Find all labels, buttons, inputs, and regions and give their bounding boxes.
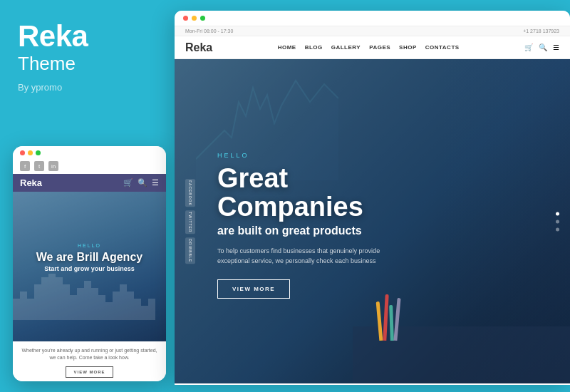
hero-heading: Great Companies bbox=[217, 165, 395, 222]
desktop-logo: Reka bbox=[185, 41, 212, 54]
brand-subtitle: Theme bbox=[18, 53, 159, 75]
mobile-mockup: f t in Reka 🛒 🔍 ☰ HELLO We are Brill Age… bbox=[13, 146, 166, 381]
nav-home[interactable]: HOME bbox=[278, 44, 296, 51]
mobile-nav-bar: Reka 🛒 🔍 ☰ bbox=[13, 174, 166, 192]
city-silhouette bbox=[13, 270, 166, 320]
nav-blog[interactable]: BLOG bbox=[305, 44, 323, 51]
desktop-nav-icons: 🛒 🔍 ☰ bbox=[524, 43, 559, 51]
dot-green bbox=[36, 150, 41, 155]
hero-slider-dots bbox=[556, 212, 559, 231]
search-icon: 🔍 bbox=[138, 178, 147, 187]
desktop-dot-green bbox=[200, 16, 205, 21]
facebook-icon: f bbox=[20, 161, 30, 171]
desktop-menu-icon[interactable]: ☰ bbox=[553, 43, 559, 51]
hero-subheading: are built on great products bbox=[217, 225, 395, 237]
nav-pages[interactable]: PAGES bbox=[369, 44, 390, 51]
svg-marker-0 bbox=[13, 274, 155, 320]
desktop-dot-yellow bbox=[192, 16, 197, 21]
desktop-nav-bar: Reka HOME BLOG GALLERY PAGES SHOP CONTAC… bbox=[175, 36, 570, 59]
slider-dot-2[interactable] bbox=[556, 220, 559, 223]
brand-author: By ypromo bbox=[18, 82, 159, 93]
nav-contacts[interactable]: CONTACTS bbox=[425, 44, 460, 51]
mobile-subheading: Start and grow your business bbox=[21, 265, 157, 272]
twitter-icon: t bbox=[34, 161, 44, 171]
mobile-social-bar: f t in bbox=[13, 158, 166, 174]
dot-red bbox=[20, 150, 25, 155]
cart-icon: 🛒 bbox=[123, 178, 133, 187]
brand-name: Reka bbox=[18, 21, 159, 51]
sidebar-twitter: Twitter bbox=[185, 210, 195, 234]
hero-sidebar-left: Facebook Twitter Dribbble bbox=[185, 179, 195, 264]
mobile-window-bar bbox=[13, 146, 166, 158]
menu-icon: ☰ bbox=[152, 178, 159, 187]
mobile-cta-button[interactable]: VIEW MORE bbox=[66, 366, 113, 378]
hero-cta-button[interactable]: VIEW MORE bbox=[217, 279, 290, 299]
nav-gallery[interactable]: GALLERY bbox=[331, 44, 361, 51]
mobile-hero-content: HELLO We are Brill Agency Start and grow… bbox=[21, 200, 157, 272]
instagram-icon: in bbox=[48, 161, 58, 171]
hero-description: To help customers find businesses that g… bbox=[217, 246, 395, 267]
sidebar-facebook: Facebook bbox=[185, 179, 195, 207]
mobile-nav-icons: 🛒 🔍 ☰ bbox=[123, 178, 159, 187]
slider-dot-3[interactable] bbox=[556, 227, 559, 231]
desktop-hero: Facebook Twitter Dribbble HELLO Great Co… bbox=[175, 59, 570, 383]
desktop-topinfo-bar: Mon-Fri 08:00 - 17:30 +1 2718 137923 bbox=[175, 26, 570, 36]
mobile-hero: HELLO We are Brill Agency Start and grow… bbox=[13, 192, 166, 341]
mobile-heading: We are Brill Agency bbox=[21, 251, 157, 264]
desktop-cart-icon[interactable]: 🛒 bbox=[524, 43, 533, 51]
slider-dot-1[interactable] bbox=[556, 212, 559, 215]
hero-hello-label: HELLO bbox=[217, 152, 395, 159]
desktop-dot-red bbox=[183, 16, 188, 21]
mobile-body: Whether you're already up and running or… bbox=[13, 341, 166, 381]
mobile-logo: Reka bbox=[20, 177, 42, 188]
desktop-search-icon[interactable]: 🔍 bbox=[539, 43, 547, 51]
desktop-nav-links: HOME BLOG GALLERY PAGES SHOP CONTACTS bbox=[278, 44, 460, 51]
dot-yellow bbox=[28, 150, 33, 155]
left-panel: Reka Theme By ypromo f t in Reka 🛒 🔍 ☰ bbox=[0, 0, 177, 392]
nav-shop[interactable]: SHOP bbox=[399, 44, 417, 51]
topbar-phone: +1 2718 137923 bbox=[523, 29, 559, 33]
sidebar-dribbble: Dribbble bbox=[185, 238, 195, 264]
desktop-window-bar bbox=[175, 11, 570, 26]
mobile-body-text: Whether you're already up and running or… bbox=[20, 347, 159, 361]
desktop-hero-content: HELLO Great Companies are built on great… bbox=[175, 59, 438, 299]
mobile-hello-label: HELLO bbox=[21, 243, 157, 248]
desktop-mockup: Mon-Fri 08:00 - 17:30 +1 2718 137923 Rek… bbox=[175, 11, 570, 385]
topbar-hours: Mon-Fri 08:00 - 17:30 bbox=[185, 29, 233, 33]
